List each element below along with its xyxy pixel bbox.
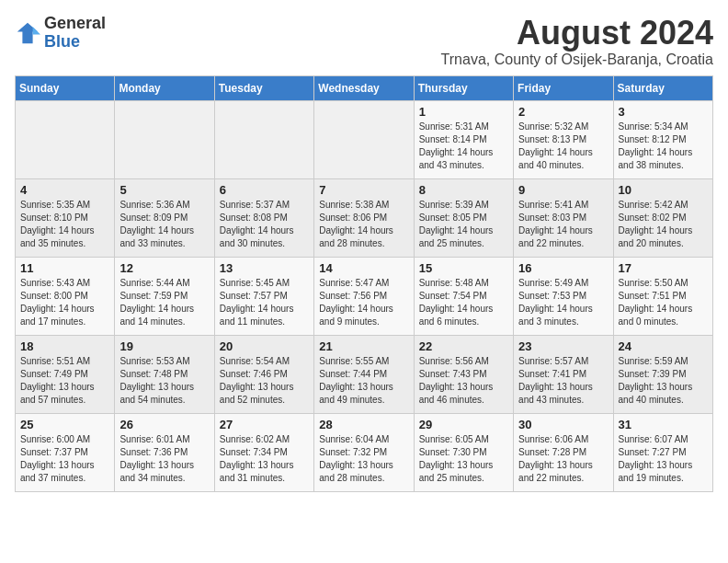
day-info: Sunrise: 6:06 AM Sunset: 7:28 PM Dayligh… — [518, 433, 608, 485]
day-number: 22 — [419, 339, 508, 353]
calendar-cell — [16, 100, 115, 178]
calendar-table: SundayMondayTuesdayWednesdayThursdayFrid… — [15, 75, 713, 492]
day-info: Sunrise: 5:50 AM Sunset: 7:51 PM Dayligh… — [619, 277, 708, 328]
calendar-cell: 24Sunrise: 5:59 AM Sunset: 7:39 PM Dayli… — [613, 335, 712, 413]
svg-marker-1 — [33, 27, 40, 34]
day-info: Sunrise: 5:32 AM Sunset: 8:13 PM Dayligh… — [518, 121, 608, 172]
weekday-header-saturday: Saturday — [613, 75, 712, 100]
day-number: 16 — [518, 261, 608, 275]
logo-blue: Blue — [44, 32, 80, 51]
day-number: 27 — [220, 418, 309, 431]
day-info: Sunrise: 5:39 AM Sunset: 8:05 PM Dayligh… — [419, 199, 508, 250]
day-info: Sunrise: 6:05 AM Sunset: 7:30 PM Dayligh… — [419, 433, 508, 485]
day-info: Sunrise: 6:07 AM Sunset: 7:27 PM Dayligh… — [619, 433, 708, 485]
day-info: Sunrise: 5:41 AM Sunset: 8:03 PM Dayligh… — [518, 199, 608, 250]
calendar-cell: 17Sunrise: 5:50 AM Sunset: 7:51 PM Dayli… — [613, 257, 712, 335]
calendar-cell: 18Sunrise: 5:51 AM Sunset: 7:49 PM Dayli… — [16, 335, 115, 413]
day-number: 7 — [319, 183, 408, 197]
day-number: 28 — [319, 418, 408, 431]
calendar-cell — [115, 100, 214, 178]
day-number: 25 — [20, 418, 109, 431]
week-row-5: 25Sunrise: 6:00 AM Sunset: 7:37 PM Dayli… — [16, 413, 713, 491]
day-number: 24 — [619, 339, 708, 353]
day-info: Sunrise: 5:59 AM Sunset: 7:39 PM Dayligh… — [619, 355, 708, 407]
weekday-header-row: SundayMondayTuesdayWednesdayThursdayFrid… — [16, 75, 713, 100]
day-info: Sunrise: 5:44 AM Sunset: 7:59 PM Dayligh… — [119, 277, 209, 328]
day-info: Sunrise: 5:54 AM Sunset: 7:46 PM Dayligh… — [220, 355, 309, 407]
day-number: 20 — [220, 339, 309, 353]
page-header: General Blue August 2024 Trnava, County … — [15, 15, 713, 68]
calendar-cell: 2Sunrise: 5:32 AM Sunset: 8:13 PM Daylig… — [514, 100, 613, 178]
location: Trnava, County of Osijek-Baranja, Croati… — [441, 52, 713, 68]
day-info: Sunrise: 6:01 AM Sunset: 7:36 PM Dayligh… — [119, 433, 209, 485]
weekday-header-friday: Friday — [514, 75, 613, 100]
day-info: Sunrise: 5:48 AM Sunset: 7:54 PM Dayligh… — [419, 277, 508, 328]
calendar-cell: 27Sunrise: 6:02 AM Sunset: 7:34 PM Dayli… — [214, 413, 313, 491]
calendar-cell — [214, 100, 313, 178]
logo-icon — [15, 20, 40, 46]
week-row-3: 11Sunrise: 5:43 AM Sunset: 8:00 PM Dayli… — [16, 257, 713, 335]
day-number: 13 — [220, 261, 309, 275]
week-row-1: 1Sunrise: 5:31 AM Sunset: 8:14 PM Daylig… — [16, 100, 713, 178]
calendar-cell: 11Sunrise: 5:43 AM Sunset: 8:00 PM Dayli… — [16, 257, 115, 335]
weekday-header-wednesday: Wednesday — [314, 75, 414, 100]
day-info: Sunrise: 5:47 AM Sunset: 7:56 PM Dayligh… — [319, 277, 408, 328]
calendar-cell: 25Sunrise: 6:00 AM Sunset: 7:37 PM Dayli… — [16, 413, 115, 491]
day-number: 19 — [119, 339, 209, 353]
day-info: Sunrise: 5:31 AM Sunset: 8:14 PM Dayligh… — [419, 121, 508, 172]
calendar-cell: 16Sunrise: 5:49 AM Sunset: 7:53 PM Dayli… — [514, 257, 613, 335]
day-number: 15 — [419, 261, 508, 275]
day-number: 26 — [119, 418, 209, 431]
calendar-cell: 21Sunrise: 5:55 AM Sunset: 7:44 PM Dayli… — [314, 335, 414, 413]
calendar-cell: 31Sunrise: 6:07 AM Sunset: 7:27 PM Dayli… — [613, 413, 712, 491]
day-number: 23 — [518, 339, 608, 353]
weekday-header-sunday: Sunday — [16, 75, 115, 100]
day-info: Sunrise: 5:42 AM Sunset: 8:02 PM Dayligh… — [619, 199, 708, 250]
day-info: Sunrise: 6:00 AM Sunset: 7:37 PM Dayligh… — [20, 433, 109, 485]
calendar-cell: 19Sunrise: 5:53 AM Sunset: 7:48 PM Dayli… — [115, 335, 214, 413]
day-info: Sunrise: 5:45 AM Sunset: 7:57 PM Dayligh… — [220, 277, 309, 328]
day-number: 9 — [518, 183, 608, 197]
calendar-cell: 3Sunrise: 5:34 AM Sunset: 8:12 PM Daylig… — [613, 100, 712, 178]
calendar-cell: 28Sunrise: 6:04 AM Sunset: 7:32 PM Dayli… — [314, 413, 414, 491]
calendar-cell: 26Sunrise: 6:01 AM Sunset: 7:36 PM Dayli… — [115, 413, 214, 491]
calendar-cell: 23Sunrise: 5:57 AM Sunset: 7:41 PM Dayli… — [514, 335, 613, 413]
day-number: 11 — [20, 261, 109, 275]
day-number: 31 — [619, 418, 708, 431]
day-number: 12 — [119, 261, 209, 275]
day-number: 1 — [419, 105, 508, 119]
day-number: 6 — [220, 183, 309, 197]
day-info: Sunrise: 5:53 AM Sunset: 7:48 PM Dayligh… — [119, 355, 209, 407]
calendar-cell: 13Sunrise: 5:45 AM Sunset: 7:57 PM Dayli… — [214, 257, 313, 335]
calendar-cell: 12Sunrise: 5:44 AM Sunset: 7:59 PM Dayli… — [115, 257, 214, 335]
day-number: 2 — [518, 105, 608, 119]
calendar-cell: 9Sunrise: 5:41 AM Sunset: 8:03 PM Daylig… — [514, 178, 613, 257]
day-number: 4 — [20, 183, 109, 197]
calendar-cell: 4Sunrise: 5:35 AM Sunset: 8:10 PM Daylig… — [16, 178, 115, 257]
calendar-cell: 29Sunrise: 6:05 AM Sunset: 7:30 PM Dayli… — [414, 413, 513, 491]
day-info: Sunrise: 5:56 AM Sunset: 7:43 PM Dayligh… — [419, 355, 508, 407]
day-info: Sunrise: 5:55 AM Sunset: 7:44 PM Dayligh… — [319, 355, 408, 407]
day-info: Sunrise: 5:51 AM Sunset: 7:49 PM Dayligh… — [20, 355, 109, 407]
day-number: 10 — [619, 183, 708, 197]
calendar-cell: 6Sunrise: 5:37 AM Sunset: 8:08 PM Daylig… — [214, 178, 313, 257]
calendar-cell: 1Sunrise: 5:31 AM Sunset: 8:14 PM Daylig… — [414, 100, 513, 178]
day-info: Sunrise: 5:57 AM Sunset: 7:41 PM Dayligh… — [518, 355, 608, 407]
calendar-cell: 10Sunrise: 5:42 AM Sunset: 8:02 PM Dayli… — [613, 178, 712, 257]
calendar-cell: 14Sunrise: 5:47 AM Sunset: 7:56 PM Dayli… — [314, 257, 414, 335]
weekday-header-thursday: Thursday — [414, 75, 513, 100]
calendar-cell: 7Sunrise: 5:38 AM Sunset: 8:06 PM Daylig… — [314, 178, 414, 257]
logo: General Blue — [15, 15, 106, 52]
day-info: Sunrise: 5:34 AM Sunset: 8:12 PM Dayligh… — [619, 121, 708, 172]
calendar-cell: 30Sunrise: 6:06 AM Sunset: 7:28 PM Dayli… — [514, 413, 613, 491]
day-number: 18 — [20, 339, 109, 353]
calendar-cell: 20Sunrise: 5:54 AM Sunset: 7:46 PM Dayli… — [214, 335, 313, 413]
day-info: Sunrise: 6:02 AM Sunset: 7:34 PM Dayligh… — [220, 433, 309, 485]
day-number: 29 — [419, 418, 508, 431]
day-info: Sunrise: 5:43 AM Sunset: 8:00 PM Dayligh… — [20, 277, 109, 328]
day-info: Sunrise: 5:49 AM Sunset: 7:53 PM Dayligh… — [518, 277, 608, 328]
day-info: Sunrise: 5:37 AM Sunset: 8:08 PM Dayligh… — [220, 199, 309, 250]
day-number: 5 — [119, 183, 209, 197]
day-info: Sunrise: 5:35 AM Sunset: 8:10 PM Dayligh… — [20, 199, 109, 250]
day-number: 3 — [619, 105, 708, 119]
